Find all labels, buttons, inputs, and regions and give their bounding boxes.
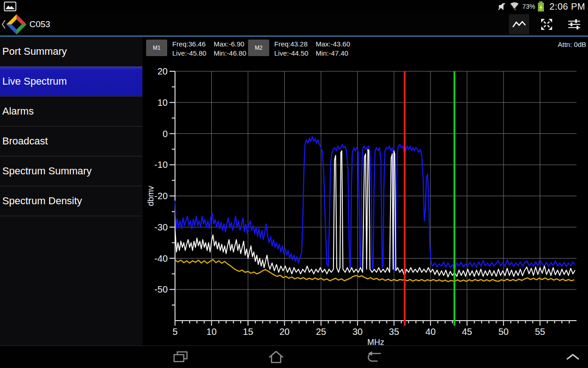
svg-text:40: 40: [425, 327, 435, 337]
svg-text:5: 5: [172, 327, 177, 337]
chevron-up-icon: [565, 353, 580, 361]
status-time: 2:06 PM: [549, 1, 585, 12]
svg-text:-40: -40: [154, 253, 168, 264]
home-icon: [268, 350, 284, 364]
sidebar: Port SummaryLive SpectrumAlarmsBroadcast…: [0, 37, 142, 346]
back-arrow-icon: [366, 351, 383, 363]
wifi-data-icon: [509, 2, 520, 11]
m2-live: Live:-44.50: [274, 49, 308, 58]
svg-text:10: 10: [206, 327, 216, 337]
sliders-icon: [567, 18, 581, 31]
page-title: C053: [29, 13, 50, 35]
screen: 73% 2:06 PM C053: [0, 0, 588, 368]
marker-m2-readout: M2 Freq:43.28 Max:-43.60 Live:-44.50 Min…: [248, 40, 350, 58]
battery-percent: 73%: [522, 3, 535, 10]
svg-text:50: 50: [498, 327, 509, 337]
expand-arrows-icon: [540, 17, 554, 31]
sidebar-item-spectrum-density[interactable]: Spectrum Density: [0, 186, 142, 216]
recent-apps-button[interactable]: [172, 346, 189, 368]
svg-text:15: 15: [243, 327, 253, 337]
m2-min: Min:-47.40: [316, 49, 350, 58]
home-button[interactable]: [268, 346, 284, 368]
attenuation-readout: Attn: 0dB: [558, 40, 586, 48]
svg-text:35: 35: [389, 327, 399, 337]
svg-text:45: 45: [462, 327, 472, 337]
back-button[interactable]: [366, 346, 383, 368]
recent-apps-icon: [173, 351, 188, 363]
svg-text:30: 30: [352, 327, 362, 337]
m1-live: Live:-45.80: [172, 49, 206, 58]
marker-m1-chip[interactable]: M1: [146, 40, 167, 56]
sidebar-item-broadcast[interactable]: Broadcast: [0, 126, 142, 156]
app-logo-pinwheel[interactable]: [6, 14, 27, 35]
status-bar: 73% 2:06 PM: [0, 0, 588, 13]
svg-text:0: 0: [163, 129, 168, 139]
battery-charging-icon: [537, 1, 544, 12]
spectrum-plot[interactable]: 510152025303540455055-50-40-30-20-100102…: [142, 37, 588, 346]
sidebar-item-port-summary[interactable]: Port Summary: [0, 37, 142, 67]
svg-text:dbmv: dbmv: [146, 186, 155, 206]
svg-text:55: 55: [535, 327, 545, 337]
expand-chevron-button[interactable]: [565, 346, 580, 368]
marker-m1-readout: M1 Freq:36.46 Max:-6.90 Live:-45.80 Min:…: [146, 40, 246, 58]
svg-text:20: 20: [279, 327, 289, 337]
svg-text:20: 20: [158, 66, 168, 76]
m1-max: Max:-6.90: [214, 40, 246, 49]
svg-text:-30: -30: [154, 222, 168, 232]
marker-m2-chip[interactable]: M2: [248, 40, 269, 56]
svg-text:-50: -50: [154, 284, 168, 294]
m1-min: Min:-46.80: [214, 49, 246, 58]
svg-text:MHz: MHz: [368, 338, 384, 346]
svg-text:-10: -10: [154, 160, 168, 170]
sidebar-item-alarms[interactable]: Alarms: [0, 97, 142, 126]
fullscreen-button[interactable]: [537, 14, 557, 34]
settings-button[interactable]: [564, 14, 584, 34]
sidebar-item-spectrum-summary[interactable]: Spectrum Summary: [0, 156, 142, 186]
muted-speaker-icon: [498, 2, 507, 11]
m2-max: Max:-43.60: [316, 40, 350, 49]
waveform-icon: [512, 19, 526, 29]
sidebar-item-live-spectrum[interactable]: Live Spectrum: [0, 67, 142, 97]
svg-text:25: 25: [316, 327, 326, 337]
svg-text:10: 10: [158, 98, 168, 108]
svg-text:-20: -20: [154, 191, 168, 201]
app-bar: C053: [0, 13, 588, 37]
screenshot-image-icon: [4, 1, 17, 12]
spectrum-chart-panel: 510152025303540455055-50-40-30-20-100102…: [142, 37, 588, 346]
m2-freq: Freq:43.28: [274, 40, 308, 49]
android-nav-bar: [0, 345, 588, 368]
trace-waveform-button[interactable]: [509, 14, 529, 34]
m1-freq: Freq:36.46: [172, 40, 206, 49]
